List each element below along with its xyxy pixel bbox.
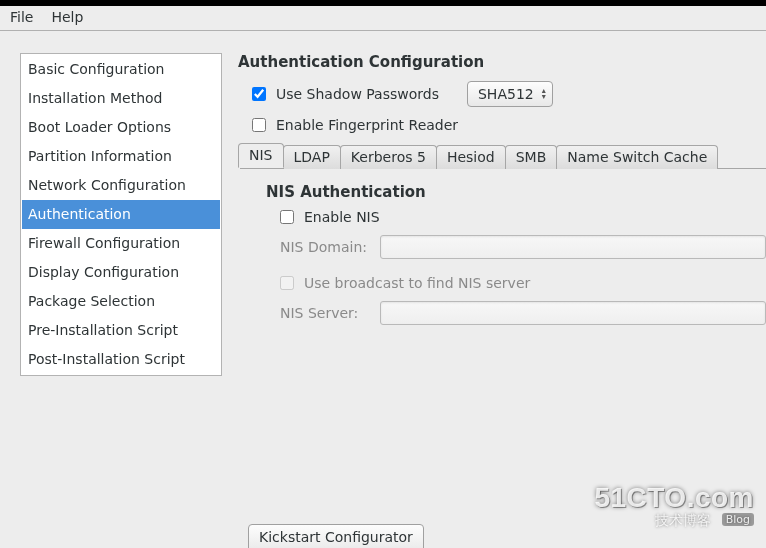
sidebar-item-installation-method[interactable]: Installation Method (22, 84, 220, 113)
watermark-badge: Blog (722, 513, 754, 526)
sidebar-item-display-configuration[interactable]: Display Configuration (22, 258, 220, 287)
nis-broadcast-checkbox[interactable] (280, 276, 294, 290)
tab-kerberos[interactable]: Kerberos 5 (340, 145, 437, 169)
sidebar-item-firewall-configuration[interactable]: Firewall Configuration (22, 229, 220, 258)
enable-fingerprint-label: Enable Fingerprint Reader (276, 117, 458, 133)
sidebar-item-network-configuration[interactable]: Network Configuration (22, 171, 220, 200)
use-shadow-passwords-checkbox[interactable] (252, 87, 266, 101)
enable-nis-checkbox[interactable] (280, 210, 294, 224)
enable-nis-label: Enable NIS (304, 209, 380, 225)
nis-domain-input[interactable] (380, 235, 766, 259)
sidebar-item-pre-installation-script[interactable]: Pre-Installation Script (22, 316, 220, 345)
nis-group-title: NIS Authentication (266, 183, 766, 201)
password-hash-combo[interactable]: SHA512 ▴▾ (467, 81, 553, 107)
sidebar-item-basic-configuration[interactable]: Basic Configuration (22, 55, 220, 84)
tab-hesiod[interactable]: Hesiod (436, 145, 506, 169)
menu-help[interactable]: Help (51, 9, 83, 25)
tab-smb[interactable]: SMB (505, 145, 558, 169)
watermark-line2: 技术博客 (655, 512, 711, 528)
nis-server-label: NIS Server: (280, 305, 370, 321)
nis-broadcast-label: Use broadcast to find NIS server (304, 275, 530, 291)
menu-file[interactable]: File (10, 9, 33, 25)
page-title: Authentication Configuration (238, 53, 766, 71)
use-shadow-passwords-label: Use Shadow Passwords (276, 86, 439, 102)
sidebar-item-post-installation-script[interactable]: Post-Installation Script (22, 345, 220, 374)
tab-name-switch-cache[interactable]: Name Switch Cache (556, 145, 718, 169)
combo-spinner-icon: ▴▾ (542, 88, 546, 100)
sidebar-item-package-selection[interactable]: Package Selection (22, 287, 220, 316)
tab-ldap[interactable]: LDAP (283, 145, 341, 169)
tab-nis[interactable]: NIS (238, 143, 284, 168)
menu-bar: File Help (0, 6, 766, 31)
kickstart-configurator-button[interactable]: Kickstart Configurator (248, 524, 424, 548)
sidebar-item-boot-loader-options[interactable]: Boot Loader Options (22, 113, 220, 142)
sidebar-item-authentication[interactable]: Authentication (22, 200, 220, 229)
category-list: Basic Configuration Installation Method … (20, 53, 222, 376)
nis-domain-label: NIS Domain: (280, 239, 370, 255)
enable-fingerprint-checkbox[interactable] (252, 118, 266, 132)
auth-tabstrip: NIS LDAP Kerberos 5 Hesiod SMB Name Swit… (238, 143, 766, 168)
password-hash-value: SHA512 (478, 86, 534, 102)
nis-server-input[interactable] (380, 301, 766, 325)
sidebar-item-partition-information[interactable]: Partition Information (22, 142, 220, 171)
